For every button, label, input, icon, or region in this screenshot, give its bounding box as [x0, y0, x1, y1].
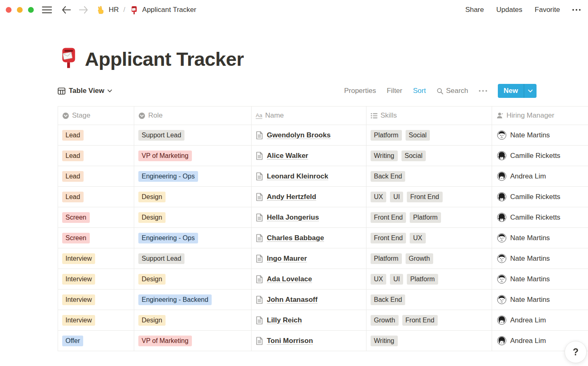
role-cell[interactable]: Design — [134, 269, 252, 290]
table-row: Screen Engineering - Ops Charles Babbage… — [58, 228, 588, 248]
column-header-role[interactable]: Role — [134, 107, 252, 125]
name-cell[interactable]: Charles Babbage — [252, 228, 366, 248]
new-button[interactable]: New — [498, 84, 524, 98]
minimize-window-icon[interactable] — [17, 7, 23, 13]
name-cell[interactable]: Alice Walker — [252, 146, 366, 166]
page-title[interactable]: Applicant Tracker — [85, 49, 244, 70]
role-cell[interactable]: VP of Marketing — [134, 331, 252, 351]
zoom-window-icon[interactable] — [28, 7, 34, 13]
role-cell[interactable]: VP of Marketing — [134, 146, 252, 166]
skills-cell[interactable]: UXUIFront End — [366, 187, 492, 207]
column-header-name[interactable]: AaName — [252, 107, 366, 125]
stage-cell[interactable]: Offer — [58, 331, 134, 351]
applicant-name[interactable]: Leonard Kleinrock — [267, 172, 328, 181]
page-icon — [256, 275, 263, 283]
avatar — [497, 336, 506, 345]
name-cell[interactable]: Toni Morrison — [252, 331, 366, 351]
person-property-icon — [496, 112, 504, 119]
share-button[interactable]: Share — [465, 6, 484, 14]
applicant-name[interactable]: Charles Babbage — [267, 234, 324, 242]
role-cell[interactable]: Design — [134, 187, 252, 207]
name-cell[interactable]: Lilly Reich — [252, 310, 366, 331]
skills-cell[interactable]: PlatformSocial — [366, 125, 492, 146]
search-button[interactable]: Search — [436, 87, 468, 95]
stage-cell[interactable]: Interview — [58, 290, 134, 310]
manager-cell[interactable]: Nate Martins — [492, 228, 588, 248]
skills-cell[interactable]: UXUIPlatform — [366, 269, 492, 290]
applicant-name[interactable]: Andy Hertzfeld — [267, 193, 316, 201]
sort-button[interactable]: Sort — [413, 87, 426, 95]
skills-cell[interactable]: GrowthFront End — [366, 310, 492, 331]
skills-cell[interactable]: WritingSocial — [366, 146, 492, 166]
stage-cell[interactable]: Lead — [58, 187, 134, 207]
stage-cell[interactable]: Lead — [58, 146, 134, 166]
role-cell[interactable]: Design — [134, 310, 252, 331]
skills-cell[interactable]: PlatformGrowth — [366, 248, 492, 269]
breadcrumb-page[interactable]: Applicant Tracker — [142, 6, 196, 14]
column-header-skills[interactable]: Skills — [366, 107, 492, 125]
breadcrumb-team[interactable]: HR — [109, 6, 119, 14]
stage-cell[interactable]: Interview — [58, 248, 134, 269]
applicant-name[interactable]: Ingo Maurer — [267, 255, 307, 263]
applicant-name[interactable]: Lilly Reich — [267, 316, 302, 324]
stage-cell[interactable]: Interview — [58, 269, 134, 290]
view-more-icon[interactable] — [479, 90, 487, 92]
stage-cell[interactable]: Lead — [58, 166, 134, 187]
role-cell[interactable]: Engineering - Backend — [134, 290, 252, 310]
manager-cell[interactable]: Camille Ricketts — [492, 187, 588, 207]
sidebar-menu-icon[interactable] — [42, 6, 52, 14]
name-cell[interactable]: Hella Jongerius — [252, 207, 366, 228]
stage-cell[interactable]: Lead — [58, 125, 134, 146]
skills-cell[interactable]: Back End — [366, 290, 492, 310]
applicant-name[interactable]: Alice Walker — [267, 152, 308, 160]
stage-cell[interactable]: Interview — [58, 310, 134, 331]
skills-cell[interactable]: Back End — [366, 166, 492, 187]
name-cell[interactable]: John Atanasoff — [252, 290, 366, 310]
applicant-name[interactable]: Gwendolyn Brooks — [267, 131, 331, 139]
manager-cell[interactable]: Nate Martins — [492, 248, 588, 269]
applicant-name[interactable]: Hella Jongerius — [267, 213, 319, 222]
view-switcher[interactable]: Table View — [58, 87, 112, 95]
close-window-icon[interactable] — [6, 7, 12, 13]
name-cell[interactable]: Gwendolyn Brooks — [252, 125, 366, 146]
manager-cell[interactable]: Camille Ricketts — [492, 207, 588, 228]
applicant-name[interactable]: Toni Morrison — [267, 337, 313, 345]
name-cell[interactable]: Ingo Maurer — [252, 248, 366, 269]
name-cell[interactable]: Leonard Kleinrock — [252, 166, 366, 187]
tag-yellow: Interview — [62, 294, 95, 305]
column-header-hiring-manager[interactable]: Hiring Manager — [492, 107, 588, 125]
skills-cell[interactable]: Front EndUX — [366, 228, 492, 248]
manager-cell[interactable]: Nate Martins — [492, 269, 588, 290]
applicant-name[interactable]: Ada Lovelace — [267, 275, 312, 283]
role-cell[interactable]: Support Lead — [134, 125, 252, 146]
tag-yellow: Interview — [62, 315, 95, 326]
more-options-icon[interactable] — [572, 9, 581, 11]
new-dropdown-button[interactable] — [524, 84, 537, 98]
applicant-name[interactable]: John Atanasoff — [267, 296, 317, 304]
stage-cell[interactable]: Screen — [58, 207, 134, 228]
role-cell[interactable]: Engineering - Ops — [134, 166, 252, 187]
name-cell[interactable]: Andy Hertzfeld — [252, 187, 366, 207]
role-cell[interactable]: Design — [134, 207, 252, 228]
manager-cell[interactable]: Nate Martins — [492, 125, 588, 146]
filter-button[interactable]: Filter — [387, 87, 402, 95]
forward-icon[interactable] — [79, 6, 88, 14]
role-cell[interactable]: Engineering - Ops — [134, 228, 252, 248]
column-header-stage[interactable]: Stage — [58, 107, 134, 125]
postbox-icon-large[interactable] — [58, 47, 79, 70]
name-cell[interactable]: Ada Lovelace — [252, 269, 366, 290]
favorite-button[interactable]: Favorite — [535, 6, 560, 14]
skills-cell[interactable]: Writing — [366, 331, 492, 351]
stage-cell[interactable]: Screen — [58, 228, 134, 248]
page-content: Applicant Tracker Table View Properties … — [0, 44, 588, 351]
role-cell[interactable]: Support Lead — [134, 248, 252, 269]
manager-cell[interactable]: Andrea Lim — [492, 166, 588, 187]
properties-button[interactable]: Properties — [344, 87, 376, 95]
updates-button[interactable]: Updates — [496, 6, 522, 14]
help-button[interactable]: ? — [565, 341, 587, 363]
manager-cell[interactable]: Andrea Lim — [492, 310, 588, 331]
manager-cell[interactable]: Nate Martins — [492, 290, 588, 310]
manager-cell[interactable]: Camille Ricketts — [492, 146, 588, 166]
back-icon[interactable] — [62, 6, 71, 14]
skills-cell[interactable]: Front EndPlatform — [366, 207, 492, 228]
